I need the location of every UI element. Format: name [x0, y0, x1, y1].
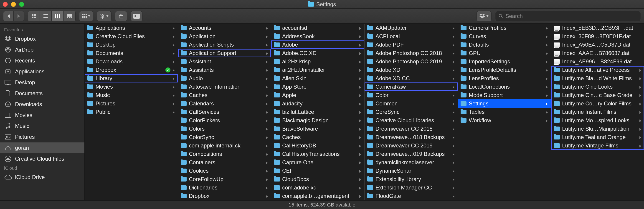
folder-row[interactable]: Dropbox [178, 192, 271, 200]
folder-row[interactable]: Workflow [458, 116, 551, 125]
folder-row[interactable]: biz.lut.Lattice [271, 108, 364, 116]
folder-row[interactable]: Caches [178, 91, 271, 99]
folder-row[interactable]: LensProfileDefaults [458, 66, 551, 74]
column-5[interactable]: Index_5EB3D…2CB93FF.datIndex_30F89…8E0E0… [551, 24, 644, 200]
folder-row[interactable]: DynamicSonar [364, 167, 458, 175]
folder-row[interactable]: Cookies [178, 167, 271, 175]
folder-row[interactable]: GPU [458, 49, 551, 57]
column-3[interactable]: AAMUpdaterACPLocalAdobe PDFAdobe Photosh… [364, 24, 458, 200]
folder-row[interactable]: ModelSupport [458, 91, 551, 99]
folder-row[interactable]: Dreamweaver CC 2018 [364, 125, 458, 133]
folder-row[interactable]: ColorPickers [178, 116, 271, 125]
folder-row[interactable]: Capture One [271, 158, 364, 167]
folder-row[interactable]: Movies [85, 82, 178, 91]
folder-row[interactable]: ai.2Hz.krisp [271, 57, 364, 66]
folder-row[interactable]: Color [364, 91, 458, 99]
file-row[interactable]: Index_AAAE…B786087.dat [551, 49, 644, 57]
folder-row[interactable]: Assistant [178, 57, 271, 66]
folder-row[interactable]: Adobe XD CC [364, 74, 458, 82]
folder-row[interactable]: ImportedSettings [458, 57, 551, 66]
icon-view-button[interactable] [28, 11, 40, 21]
file-row[interactable]: Index_AE996…B824F99.dat [551, 57, 644, 66]
column-4[interactable]: CameraProfilesCurvesDefaultsGPUImportedS… [458, 24, 551, 200]
folder-row[interactable]: ACPLocal [364, 32, 458, 40]
folder-row[interactable]: Audio [178, 74, 271, 82]
folder-row[interactable]: Adobe.CC.XD [271, 49, 364, 57]
folder-row[interactable]: LocalCorrections [458, 82, 551, 91]
folder-row[interactable]: Curves [458, 32, 551, 40]
folder-row[interactable]: dynamiclinkmediaserver [364, 158, 458, 167]
folder-row[interactable]: Lutify.me Cin…c Base Grade [551, 91, 644, 99]
arrange-button[interactable] [79, 11, 93, 21]
file-row[interactable]: Index_30F89…8E0E01F.dat [551, 32, 644, 40]
sidebar-item-goran[interactable]: goran [0, 142, 84, 153]
folder-row[interactable]: ai.2Hz.Uninstaller [271, 66, 364, 74]
folder-row[interactable]: Accounts [178, 24, 271, 32]
back-button[interactable] [3, 11, 14, 21]
folder-row[interactable]: Containers [178, 158, 271, 167]
folder-row[interactable]: CallServices [178, 108, 271, 116]
folder-row[interactable]: Documents [85, 49, 178, 57]
folder-row[interactable]: Adobe Photoshop CC 2019 [364, 57, 458, 66]
action-button[interactable] [97, 11, 112, 21]
folder-row[interactable]: ExtensibilityLibrary [364, 175, 458, 183]
folder-row[interactable]: CameraRaw [364, 82, 458, 91]
sidebar-item-applications[interactable]: AApplications [0, 66, 84, 77]
folder-row[interactable]: com.apple.internal.ck [178, 141, 271, 150]
folder-row[interactable]: Dreamweave…018 Backups [364, 133, 458, 141]
folder-row[interactable]: Lutify.me Ski…Manipulation [551, 125, 644, 133]
folder-row[interactable]: Lutify.me Alt…ative Process [551, 66, 644, 74]
folder-row[interactable]: BraveSoftware [271, 125, 364, 133]
folder-row[interactable]: FloodGate [364, 192, 458, 200]
folder-row[interactable]: audacity [271, 99, 364, 108]
sidebar-item-pictures[interactable]: Pictures [0, 132, 84, 142]
folder-row[interactable]: Desktop [85, 40, 178, 49]
folder-row[interactable]: Lutify.me Instant Films [551, 108, 644, 116]
sidebar-item-movies[interactable]: Movies [0, 110, 84, 121]
folder-row[interactable]: Library [85, 74, 178, 82]
folder-row[interactable]: Dreamweaver CC 2019 [364, 141, 458, 150]
dropbox-toolbar-button[interactable] [476, 11, 492, 21]
folder-row[interactable]: Dreamweave…019 Backups [364, 150, 458, 158]
file-row[interactable]: Index_A50E4…C5D37D.dat [551, 40, 644, 49]
folder-row[interactable]: Tables [458, 108, 551, 116]
folder-row[interactable]: CameraProfiles [458, 24, 551, 32]
folder-row[interactable]: Adobe XD [364, 66, 458, 74]
folder-row[interactable]: Apple [271, 91, 364, 99]
folder-row[interactable]: Blackmagic Design [271, 116, 364, 125]
sidebar-item-dropbox[interactable]: Dropbox [0, 33, 84, 44]
folder-row[interactable]: Colors [178, 125, 271, 133]
search-input[interactable] [506, 13, 638, 19]
list-view-button[interactable] [40, 11, 52, 21]
sidebar-item-desktop[interactable]: Desktop [0, 77, 84, 88]
folder-row[interactable]: Settings [458, 99, 551, 108]
folder-row[interactable]: CEF [271, 167, 364, 175]
folder-row[interactable]: Music [85, 91, 178, 99]
folder-row[interactable]: Compositions [178, 150, 271, 158]
sidebar-item-recents[interactable]: Recents [0, 55, 84, 66]
sidebar-item-icloud-drive[interactable]: iCloud Drive [0, 172, 84, 183]
column-2[interactable]: accountsdAddressBookAdobeAdobe.CC.XDai.2… [271, 24, 364, 200]
column-1[interactable]: AccountsApplicationApplication ScriptsAp… [178, 24, 271, 200]
share-button[interactable] [115, 11, 127, 21]
folder-row[interactable]: Calendars [178, 99, 271, 108]
folder-row[interactable]: Alien Skin [271, 74, 364, 82]
folder-row[interactable]: Dropbox✓ [85, 66, 178, 74]
folder-row[interactable]: Assistants [178, 66, 271, 74]
sidebar-item-documents[interactable]: Documents [0, 88, 84, 99]
folder-row[interactable]: Downloads [85, 57, 178, 66]
folder-row[interactable]: CloudDocs [271, 175, 364, 183]
folder-row[interactable]: Lutify.me Teal and Orange [551, 133, 644, 141]
minimize-window-button[interactable] [11, 2, 16, 7]
folder-row[interactable]: Applications [85, 24, 178, 32]
folder-row[interactable]: Lutify.me Cine Looks [551, 82, 644, 91]
folder-row[interactable]: Lutify.me Mo…spired Looks [551, 116, 644, 125]
folder-row[interactable]: Public [85, 108, 178, 116]
folder-row[interactable]: Pictures [85, 99, 178, 108]
folder-row[interactable]: accountsd [271, 24, 364, 32]
folder-row[interactable]: Defaults [458, 40, 551, 49]
folder-row[interactable]: Caches [271, 133, 364, 141]
folder-row[interactable]: AddressBook [271, 32, 364, 40]
folder-row[interactable]: Adobe Photoshop CC 2018 [364, 49, 458, 57]
column-browser[interactable]: ApplicationsCreative Cloud FilesDesktopD… [85, 24, 644, 200]
